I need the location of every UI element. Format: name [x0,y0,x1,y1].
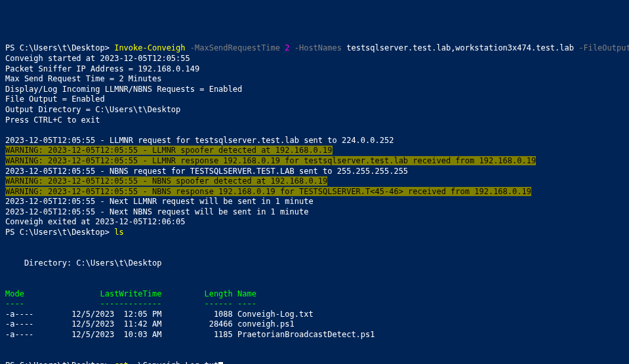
ls-header: Mode LastWriteTime Length Name [5,289,256,298]
prompt-path: PS C:\Users\t\Desktop> [5,361,114,364]
warning-line: WARNING: 2023-12-05T12:05:55 - NBNS spoo… [5,176,327,186]
startup-line: Packet Sniffer IP Address = 192.168.0.14… [5,64,199,73]
prompt-path: PS C:\Users\t\Desktop> [5,228,114,237]
warning-line: WARNING: 2023-12-05T12:05:55 - LLMNR spo… [5,146,333,155]
prompt-3: PS C:\Users\t\Desktop> cat .\Conveigh-Lo… [5,361,223,364]
prompt-2: PS C:\Users\t\Desktop> ls [5,228,124,237]
param-maxsendrequesttime: -MaxSendRequestTime [186,43,285,52]
startup-line: Output Directory = C:\Users\t\Desktop [5,105,180,114]
startup-line: Conveigh started at 2023-12-05T12:05:55 [5,54,190,63]
cmdlet-name: Invoke-Conveigh [114,43,185,52]
ls-row: -a---- 12/5/2023 12:05 PM 1088 Conveigh-… [5,310,314,319]
log-line: 2023-12-05T12:05:55 - Next LLMNR request… [5,197,314,206]
val-hostnames: testsqlserver.test.lab,workstation3x474.… [346,43,574,52]
warning-line: WARNING: 2023-12-05T12:05:55 - LLMNR res… [5,156,536,165]
ls-separator: ---- ------------- ------ ---- [5,299,256,308]
ls-row: -a---- 12/5/2023 10:03 AM 1185 Praetoria… [5,330,375,339]
param-hostnames: -HostNames [290,43,347,52]
warning-line: WARNING: 2023-12-05T12:05:55 - NBNS resp… [5,187,531,196]
ls-row: -a---- 12/5/2023 11:42 AM 28466 conveigh… [5,319,294,329]
prompt-1: PS C:\Users\t\Desktop> Invoke-Conveigh -… [5,43,629,52]
val-maxsendrequesttime: 2 [285,43,289,52]
prompt-path: PS C:\Users\t\Desktop> [5,43,114,52]
terminal[interactable]: PS C:\Users\t\Desktop> Invoke-Conveigh -… [5,43,624,364]
log-line: Conveigh exited at 2023-12-05T12:06:05 [5,217,186,226]
log-line: 2023-12-05T12:05:55 - Next NBNS request … [5,207,308,216]
startup-line: Max Send Request Time = 2 Minutes [5,74,161,83]
log-line: 2023-12-05T12:05:55 - NBNS request for T… [5,167,408,176]
cat-command: cat [114,361,129,364]
cat-arg: .\Conveigh-Log.txt [129,361,218,364]
log-line: 2023-12-05T12:05:55 - LLMNR request for … [5,136,394,145]
startup-line: Display/Log Incoming LLMNR/NBNS Requests… [5,85,242,94]
param-fileoutput: -FileOutput [574,43,629,52]
startup-line: Press CTRL+C to exit [5,115,100,125]
ls-command: ls [114,228,123,237]
startup-line: File Output = Enabled [5,94,105,104]
dir-header: Directory: C:\Users\t\Desktop [5,258,161,268]
